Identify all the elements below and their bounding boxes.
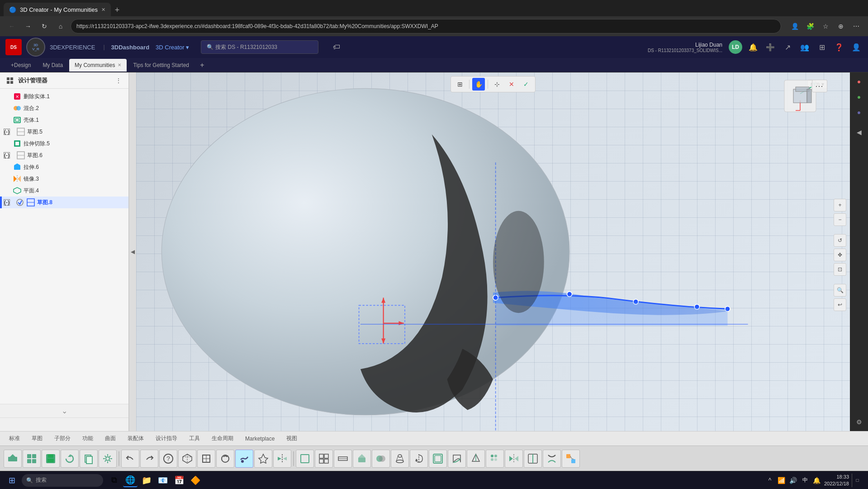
tb-loft-btn[interactable] xyxy=(391,450,409,468)
tray-notification-icon[interactable]: 🔔 xyxy=(812,476,821,485)
rsb-icon-3[interactable]: ● xyxy=(852,105,866,120)
tb-rotate-view-btn[interactable] xyxy=(216,450,234,468)
back-button[interactable]: ← xyxy=(5,20,18,33)
account-icon[interactable]: 👤 xyxy=(850,41,863,53)
collections-btn[interactable]: ⊕ xyxy=(835,20,847,33)
viewport-3d[interactable]: ⊞ ✋ ⊹ ✕ ✓ mm ▾ xyxy=(136,72,850,431)
tray-ime-icon[interactable]: 中 xyxy=(801,476,810,485)
start-button[interactable]: ⊞ xyxy=(4,474,20,487)
taskbar-outlook-icon[interactable]: 📅 xyxy=(172,474,186,487)
tb-symmetry-btn[interactable] xyxy=(273,450,291,468)
tb-copy-btn[interactable] xyxy=(80,450,98,468)
tb-help-btn[interactable]: ? xyxy=(159,450,177,468)
tree-item-extrude6[interactable]: 拉伸.6 xyxy=(0,161,128,173)
tab-mycommunities-close[interactable]: ✕ xyxy=(118,62,121,67)
tree-item-shell[interactable]: 壳体.1 xyxy=(0,114,128,126)
tray-volume-icon[interactable]: 🔊 xyxy=(789,476,798,485)
profile-btn[interactable]: 👤 xyxy=(788,20,801,33)
tab-close-button[interactable]: ✕ xyxy=(101,7,105,13)
tab-design[interactable]: +Design xyxy=(5,59,36,72)
tag-icon-btn[interactable]: 🏷 xyxy=(330,41,343,53)
rsb-collapse-icon[interactable]: ◀ xyxy=(852,125,866,139)
tb-shell2-btn[interactable] xyxy=(429,450,447,468)
tab-tips[interactable]: Tips for Getting Started xyxy=(128,59,194,72)
tb-revolve-btn[interactable] xyxy=(410,450,428,468)
extensions-btn[interactable]: 🧩 xyxy=(804,20,816,33)
taskbar-files-icon[interactable]: 📁 xyxy=(139,474,154,487)
bottom-tab-view[interactable]: 视图 xyxy=(281,432,303,445)
tray-chevron-icon[interactable]: ^ xyxy=(765,476,774,485)
tb-extrude-btn[interactable] xyxy=(353,450,371,468)
tb-settings-btn[interactable] xyxy=(99,450,117,468)
app-name-dropdown[interactable]: ▾ xyxy=(186,44,189,51)
tb-undo-btn[interactable] xyxy=(121,450,139,468)
bottom-tab-sketch[interactable]: 草图 xyxy=(26,432,48,445)
bottom-tab-subpart[interactable]: 子部分 xyxy=(49,432,76,445)
rsb-icon-1[interactable]: ● xyxy=(852,74,866,89)
panel-collapse-button[interactable]: ◀ xyxy=(129,72,136,431)
tree-item-delete-solid[interactable]: ✕ 删除实体.1 xyxy=(0,91,128,102)
tb-draft-btn[interactable] xyxy=(467,450,485,468)
refresh-button[interactable]: ↻ xyxy=(38,20,51,33)
tree-item-extrude-cut5[interactable]: 拉伸切除.5 xyxy=(0,138,128,149)
zoom-fit-btn[interactable]: ⊡ xyxy=(834,263,846,276)
tb-move-btn[interactable] xyxy=(4,450,22,468)
manipulate-btn[interactable]: ✋ xyxy=(472,78,485,91)
points-btn[interactable]: ⊹ xyxy=(491,78,503,91)
help-icon[interactable]: ❓ xyxy=(833,41,845,53)
bottom-tab-marketplace[interactable]: Marketplace xyxy=(240,432,280,445)
grid-view-btn[interactable]: ⊞ xyxy=(454,78,466,91)
tb-fillet-btn[interactable] xyxy=(448,450,466,468)
taskbar-mail-icon[interactable]: 📧 xyxy=(156,474,170,487)
notifications-icon[interactable]: 🔔 xyxy=(747,41,759,53)
tree-item-mirror3[interactable]: 镜像.3 xyxy=(0,173,128,185)
zoom-minus-btn[interactable]: − xyxy=(834,213,846,226)
taskbar-clock[interactable]: 18:33 2022/12/18 xyxy=(824,474,849,487)
more-btn[interactable]: ⋯ xyxy=(850,20,863,33)
tb-view-front-btn[interactable] xyxy=(197,450,215,468)
bottom-tab-design-guide[interactable]: 设计指导 xyxy=(150,432,183,445)
zoom-plus-btn[interactable]: + xyxy=(834,199,846,211)
panel-scroll-indicator[interactable]: ⌄ xyxy=(0,404,128,417)
tree-item-sketch6[interactable]: (-) 草图.6 xyxy=(0,149,128,161)
viewport-more-options[interactable]: ⋯ xyxy=(812,80,827,92)
tb-grid-btn[interactable] xyxy=(315,450,333,468)
magnify-btn[interactable]: 🔍 xyxy=(834,284,846,297)
user-avatar[interactable]: LD xyxy=(729,40,742,54)
tb-blend2-btn[interactable] xyxy=(562,450,580,468)
taskbar-taskview-icon[interactable]: ⧉ xyxy=(107,474,121,487)
rsb-settings-icon[interactable]: ⚙ xyxy=(852,415,866,429)
tb-extend-btn[interactable] xyxy=(334,450,352,468)
tb-refresh-btn[interactable] xyxy=(61,450,79,468)
favorites-btn[interactable]: ☆ xyxy=(819,20,832,33)
tb-mirror-btn[interactable] xyxy=(505,450,523,468)
taskbar-search[interactable]: 🔍 搜索 xyxy=(22,474,103,487)
rotate-btn[interactable]: ↺ xyxy=(834,234,846,247)
bottom-tab-surface[interactable]: 曲面 xyxy=(100,432,121,445)
tb-save-btn[interactable] xyxy=(42,450,60,468)
add-tab-button[interactable]: + xyxy=(197,60,207,70)
tree-item-sketch5[interactable]: (-) 草图.5 xyxy=(0,126,128,138)
tree-item-plane4[interactable]: 平面.4 xyxy=(0,185,128,197)
tray-network-icon[interactable]: 📶 xyxy=(777,476,786,485)
tree-item-blend[interactable]: 混合.2 xyxy=(0,102,128,114)
delete-btn[interactable]: ✕ xyxy=(505,78,518,91)
exit-btn[interactable]: ↩ xyxy=(834,298,846,311)
bottom-tab-tools[interactable]: 工具 xyxy=(184,432,205,445)
collaborate-icon[interactable]: 👥 xyxy=(798,41,811,53)
tb-pattern-btn[interactable] xyxy=(486,450,504,468)
bottom-tab-lifecycle[interactable]: 生命周期 xyxy=(206,432,239,445)
rsb-icon-2[interactable]: ● xyxy=(852,90,866,104)
show-desktop-btn[interactable]: □ xyxy=(852,474,861,487)
tb-trim-btn[interactable] xyxy=(543,450,561,468)
bottom-tab-assembly[interactable]: 装配体 xyxy=(122,432,149,445)
tb-cube-btn[interactable] xyxy=(178,450,196,468)
tb-subtract-btn[interactable] xyxy=(372,450,390,468)
confirm-btn[interactable]: ✓ xyxy=(520,78,532,91)
taskbar-app-icon[interactable]: 🔶 xyxy=(188,474,203,487)
taskbar-browser-icon[interactable]: 🌐 xyxy=(123,474,138,487)
tb-split-btn[interactable] xyxy=(524,450,542,468)
new-tab-button[interactable]: + xyxy=(111,4,123,16)
tb-redo-btn[interactable] xyxy=(140,450,158,468)
panel-options-button[interactable]: ⋮ xyxy=(113,75,124,86)
